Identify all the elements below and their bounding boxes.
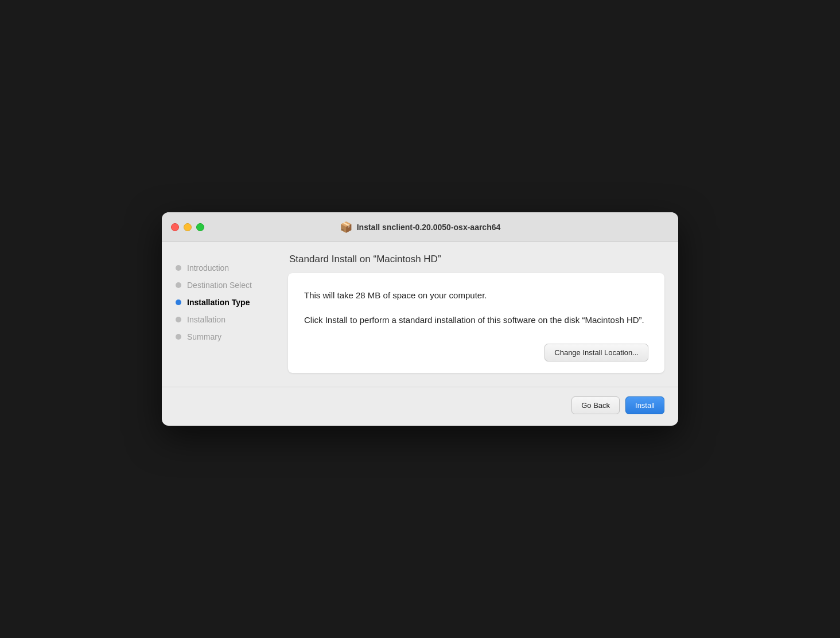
- window-footer: Go Back Install: [162, 387, 678, 426]
- content-heading: Standard Install on “Macintosh HD”: [288, 254, 664, 265]
- titlebar: 📦 Install snclient-0.20.0050-osx-aarch64: [162, 212, 678, 242]
- sidebar-label-introduction: Introduction: [187, 263, 229, 273]
- close-button[interactable]: [171, 223, 179, 231]
- sidebar-label-installation: Installation: [187, 315, 225, 324]
- sidebar-label-destination-select: Destination Select: [187, 281, 252, 290]
- content-area: Standard Install on “Macintosh HD” This …: [288, 242, 678, 387]
- sidebar-dot-summary: [176, 334, 181, 340]
- go-back-button[interactable]: Go Back: [571, 396, 620, 414]
- sidebar-label-summary: Summary: [187, 332, 221, 341]
- window-title-text: Install snclient-0.20.0050-osx-aarch64: [357, 223, 501, 232]
- paragraph-install: Click Install to perform a standard inst…: [304, 314, 648, 327]
- change-install-location-button[interactable]: Change Install Location...: [545, 344, 648, 361]
- sidebar-dot-introduction: [176, 265, 181, 271]
- main-content: Introduction Destination Select Installa…: [162, 242, 678, 387]
- window-title: 📦 Install snclient-0.20.0050-osx-aarch64: [340, 221, 501, 234]
- installer-icon: 📦: [340, 221, 352, 234]
- sidebar-item-installation-type[interactable]: Installation Type: [176, 294, 288, 311]
- maximize-button[interactable]: [196, 223, 204, 231]
- paragraph-space: This will take 28 MB of space on your co…: [304, 289, 648, 302]
- sidebar-item-destination-select[interactable]: Destination Select: [176, 277, 288, 294]
- sidebar: Introduction Destination Select Installa…: [162, 242, 288, 387]
- panel-text: This will take 28 MB of space on your co…: [304, 289, 648, 338]
- sidebar-item-summary[interactable]: Summary: [176, 328, 288, 345]
- installer-window: 📦 Install snclient-0.20.0050-osx-aarch64…: [162, 212, 678, 426]
- content-panel: This will take 28 MB of space on your co…: [288, 273, 664, 373]
- install-button[interactable]: Install: [625, 396, 664, 414]
- traffic-lights: [171, 223, 204, 231]
- sidebar-dot-installation: [176, 317, 181, 322]
- sidebar-label-installation-type: Installation Type: [187, 298, 250, 307]
- minimize-button[interactable]: [184, 223, 192, 231]
- sidebar-dot-installation-type: [176, 299, 181, 305]
- sidebar-item-installation[interactable]: Installation: [176, 311, 288, 328]
- panel-footer: Change Install Location...: [304, 338, 648, 361]
- sidebar-item-introduction[interactable]: Introduction: [176, 259, 288, 277]
- sidebar-dot-destination-select: [176, 282, 181, 288]
